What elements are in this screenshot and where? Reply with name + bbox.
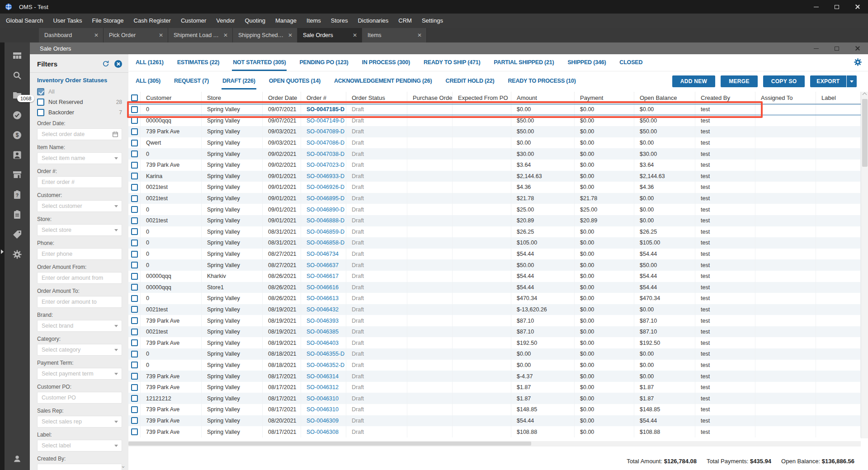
row-checkbox[interactable] — [131, 329, 138, 335]
column-header-label[interactable]: Label — [816, 92, 861, 103]
table-row[interactable]: 739 Park AveSpring Valley08/17/2021SO-00… — [128, 404, 861, 415]
row-checkbox[interactable] — [131, 428, 138, 435]
menu-item-vendor[interactable]: Vendor — [211, 14, 240, 28]
filter-checkbox-backorder[interactable]: Backorder7 — [37, 109, 122, 116]
table-row[interactable]: 0Spring Valley08/27/2021SO-0046734Draft$… — [128, 249, 861, 260]
table-row[interactable]: 0Spring Valley08/31/2021SO-0046859-DDraf… — [128, 226, 861, 238]
order-number-link[interactable]: SO-0046616 — [307, 284, 339, 291]
table-row[interactable]: 00000qqqSpring Valley09/07/2021SO-004714… — [128, 115, 861, 127]
menu-item-stores[interactable]: Stores — [326, 14, 353, 28]
sub-tab-acknowledgement-pending-26[interactable]: ACKNOWLEDGEMENT PENDING (26) — [333, 74, 433, 89]
filter-order-date-input[interactable] — [37, 128, 122, 140]
menu-item-manage[interactable]: Manage — [270, 14, 302, 28]
row-checkbox[interactable] — [131, 417, 138, 424]
row-checkbox[interactable] — [131, 173, 138, 179]
order-number-link[interactable]: SO-0046933-D — [307, 173, 344, 179]
menu-item-quoting[interactable]: Quoting — [240, 14, 270, 28]
table-row[interactable]: 739 Park AveSpring Valley09/03/2021SO-00… — [128, 126, 861, 137]
row-checkbox[interactable] — [131, 206, 138, 213]
merge-button[interactable]: MERGE — [721, 75, 758, 87]
filter-item-name-input[interactable] — [37, 152, 122, 164]
row-checkbox[interactable] — [131, 295, 138, 302]
menu-item-crm[interactable]: CRM — [393, 14, 417, 28]
filter-phone-input[interactable] — [37, 248, 122, 260]
row-checkbox[interactable] — [131, 228, 138, 235]
expand-panel-arrow-icon[interactable] — [1, 249, 4, 254]
sub-tab-open-quotes-14[interactable]: OPEN QUOTES (14) — [268, 74, 321, 89]
table-row[interactable]: QwertSpring Valley09/03/2021SO-0047086-D… — [128, 137, 861, 149]
sidebar-item-tasks[interactable] — [9, 108, 25, 124]
status-tab-ready-to-ship-471[interactable]: READY TO SHIP (471) — [423, 59, 481, 71]
menu-item-global-search[interactable]: Global Search — [1, 14, 48, 28]
table-row[interactable]: 0Spring Valley09/01/2021SO-0046890-DDraf… — [128, 204, 861, 215]
status-tab-in-process-300[interactable]: IN PROCESS (300) — [361, 59, 411, 71]
close-tab-icon[interactable]: ✕ — [416, 32, 423, 38]
table-row[interactable]: 0Spring Valley08/31/2021SO-0046858-DDraf… — [128, 237, 861, 249]
sidebar-item-search[interactable] — [9, 69, 25, 84]
horizontal-scrollbar-thumb[interactable] — [128, 442, 531, 446]
row-checkbox[interactable] — [131, 106, 138, 113]
table-row[interactable]: 739 Park AveSpring Valley08/17/2021SO-00… — [128, 426, 861, 437]
column-header-amount[interactable]: Amount — [511, 92, 575, 103]
order-number-link[interactable]: SO-0046859-D — [307, 229, 344, 235]
row-checkbox[interactable] — [131, 128, 138, 135]
column-header-created-by[interactable]: Created By — [695, 92, 755, 103]
select-all-checkbox[interactable] — [131, 94, 138, 101]
sidebar-item-customers[interactable] — [9, 148, 25, 164]
table-row[interactable]: 0021testSpring Valley08/19/2021SO-004638… — [128, 326, 861, 338]
child-restore-button[interactable] — [826, 42, 847, 54]
table-row[interactable]: 739 Park AveSpring Valley08/20/2021SO-00… — [128, 415, 861, 427]
status-tab-estimates-22[interactable]: ESTIMATES (22) — [176, 59, 221, 71]
minimize-button[interactable] — [806, 0, 826, 14]
copy-so-button[interactable]: COPY SO — [763, 75, 805, 87]
sidebar-item-payments[interactable]: $ — [9, 128, 25, 144]
close-tab-icon[interactable]: ✕ — [93, 32, 99, 38]
row-checkbox[interactable] — [131, 184, 138, 191]
table-row[interactable]: 0021testSpring Valley09/01/2021SO-004689… — [128, 193, 861, 204]
row-checkbox[interactable] — [131, 351, 138, 357]
close-tab-icon[interactable]: ✕ — [352, 32, 358, 38]
order-number-link[interactable]: SO-0046926-D — [307, 184, 344, 190]
column-header-payment[interactable]: Payment — [575, 92, 634, 103]
menu-item-user-tasks[interactable]: User Tasks — [48, 14, 87, 28]
row-checkbox[interactable] — [131, 217, 138, 224]
order-number-link[interactable]: SO-0047185-D — [307, 106, 344, 113]
scroll-down-chevron-icon[interactable]: ⌄ — [121, 462, 126, 469]
order-number-link[interactable]: SO-0046888-D — [307, 217, 344, 224]
filter-label-input[interactable] — [37, 440, 122, 451]
row-checkbox[interactable] — [131, 339, 138, 346]
sidebar-item-stores[interactable] — [9, 168, 25, 183]
column-header-order-status[interactable]: Order Status — [346, 92, 407, 103]
sidebar-item-user[interactable] — [5, 454, 30, 465]
child-minimize-button[interactable] — [806, 42, 826, 54]
order-number-link[interactable]: SO-0046432 — [307, 306, 339, 313]
row-checkbox[interactable] — [131, 162, 138, 169]
horizontal-scrollbar[interactable] — [128, 441, 861, 446]
sidebar-item-dashboard[interactable] — [9, 49, 25, 64]
row-checkbox[interactable] — [131, 195, 138, 202]
order-number-link[interactable]: SO-0046895-D — [307, 195, 344, 202]
vertical-scrollbar[interactable] — [861, 92, 868, 438]
order-number-link[interactable]: SO-0047086-D — [307, 140, 344, 146]
column-header-open-balance[interactable]: Open Balance — [634, 92, 695, 103]
row-checkbox[interactable] — [131, 150, 138, 157]
child-close-button[interactable] — [847, 42, 868, 54]
status-tab-not-started-305[interactable]: NOT STARTED (305) — [232, 59, 287, 71]
table-row[interactable]: 0021testSpring Valley09/01/2021SO-004688… — [128, 215, 861, 226]
sidebar-item-support[interactable]: ? — [9, 188, 25, 203]
column-header-store[interactable]: Store — [202, 92, 263, 103]
column-header-order[interactable]: Order # — [301, 92, 346, 103]
menu-item-file-storage[interactable]: File Storage — [87, 14, 128, 28]
row-checkbox[interactable] — [131, 306, 138, 313]
order-number-link[interactable]: SO-0046734 — [307, 251, 339, 257]
order-number-link[interactable]: SO-0046613 — [307, 295, 339, 301]
filter-brand-input[interactable] — [37, 320, 122, 332]
row-checkbox[interactable] — [131, 117, 138, 124]
table-row[interactable]: 0Spring Valley09/02/2021SO-0047038-DDraf… — [128, 148, 861, 160]
table-row[interactable]: 739 Park AveSpring Valley09/02/2021SO-00… — [128, 160, 861, 171]
table-row[interactable]: 0021testSpring Valley08/19/2021SO-004643… — [128, 304, 861, 315]
doc-tab-dashboard[interactable]: Dashboard✕ — [39, 28, 104, 42]
row-checkbox[interactable] — [131, 251, 138, 258]
column-header-expected-from-po[interactable]: Expected From PO — [453, 92, 511, 103]
menu-item-cash-register[interactable]: Cash Register — [129, 14, 176, 28]
